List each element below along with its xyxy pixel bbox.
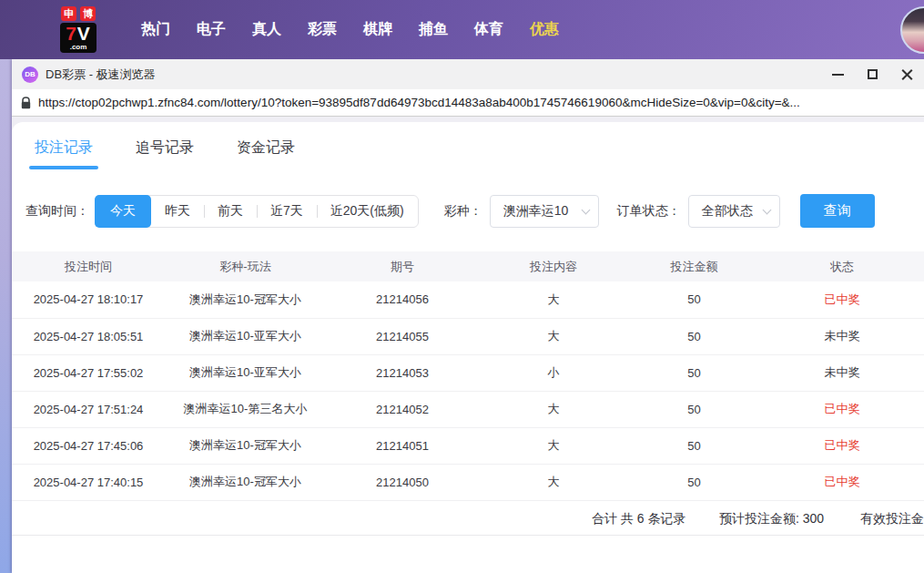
url-bar[interactable]: https://ctop02pchwp1.zfnc84.com/lottery/… [12,89,924,117]
col-game-play: 彩种-玩法 [165,251,326,281]
logo-box: 7V .com [60,23,96,53]
cell-game: 澳洲幸运10-亚军大小 [165,354,326,391]
lottery-select[interactable]: 澳洲幸运10 [490,195,599,228]
summary-total-records: 合计 共 6 条记录 [592,501,685,536]
browser-window: DB DB彩票 - 极速浏览器 https://ctop02pchwp1.zfn… [12,59,924,573]
lottery-filter-label: 彩种： [444,203,482,220]
time-option-today[interactable]: 今天 [95,195,151,228]
table-row[interactable]: 2025-04-27 17:40:15 澳洲幸运10-冠军大小 21214050… [12,464,924,500]
record-tabs: 投注记录 追号记录 资金记录 [12,122,924,169]
summary-valid-amount: 有效投注金额: [860,501,924,536]
cell-time: 2025-04-27 17:45:06 [12,427,165,464]
close-icon [901,68,913,80]
table-row[interactable]: 2025-04-27 18:10:17 澳洲幸运10-冠军大小 21214056… [12,281,924,318]
cell-status: 已中奖 [760,281,924,318]
chevron-down-icon [762,205,771,214]
logo-tld: .com [70,44,87,51]
time-option-yesterday[interactable]: 昨天 [151,196,204,227]
window-controls [820,59,924,89]
lottery-select-value: 澳洲幸运10 [503,203,569,220]
logo-brand-text: 7V [66,24,91,43]
tab-bet-records[interactable]: 投注记录 [35,138,93,169]
cell-amount: 50 [628,318,760,354]
lock-icon [21,97,31,109]
order-status-value: 全部状态 [702,203,753,220]
summary-expected-amount: 预计投注金额: 300 [719,501,824,536]
status-badge: 已中奖 [825,438,860,452]
cell-amount: 50 [628,354,760,391]
cell-game: 澳洲幸运10-冠军大小 [165,281,326,318]
cell-time: 2025-04-27 18:10:17 [12,281,165,318]
cell-issue: 21214055 [326,318,479,354]
maximize-button[interactable] [855,59,889,89]
cell-amount: 50 [628,391,760,427]
table-row[interactable]: 2025-04-27 17:51:24 澳洲幸运10-第三名大小 2121405… [12,391,924,427]
cell-game: 澳洲幸运10-第三名大小 [165,391,326,427]
cell-game: 澳洲幸运10-冠军大小 [165,427,326,464]
col-bet-amount: 投注金额 [628,251,760,281]
tab-chase-records[interactable]: 追号记录 [136,138,194,169]
cell-status: 未中奖 [760,354,924,391]
nav-item-hot[interactable]: 热门 [141,20,170,39]
records-card: 投注记录 追号记录 资金记录 查询时间： 今天 昨天 前天 近7天 近20天(低… [12,122,924,573]
status-badge: 已中奖 [825,292,860,306]
col-bet-time: 投注时间 [12,251,165,281]
cell-status: 已中奖 [760,391,924,427]
cell-issue: 21214056 [326,281,479,318]
cell-issue: 21214052 [326,391,479,427]
cell-status: 未中奖 [760,318,924,354]
nav-item-slots[interactable]: 电子 [197,20,226,39]
nav-item-promo[interactable]: 优惠 [530,20,559,39]
time-option-daybefore[interactable]: 前天 [204,196,257,227]
table-row[interactable]: 2025-04-27 17:55:02 澳洲幸运10-亚军大小 21214053… [12,354,924,391]
url-text[interactable]: https://ctop02pchwp1.zfnc84.com/lottery/… [38,96,800,109]
cell-status: 已中奖 [760,464,924,500]
window-titlebar[interactable]: DB DB彩票 - 极速浏览器 [12,59,924,89]
cell-content: 大 [479,391,628,427]
cell-content: 大 [479,464,628,500]
close-button[interactable] [889,59,924,89]
maximize-icon [868,69,878,79]
tab-fund-records[interactable]: 资金记录 [237,138,295,169]
cell-content: 大 [479,281,628,318]
time-option-7days[interactable]: 近7天 [257,196,317,227]
cell-issue: 21214050 [326,464,479,500]
cell-game: 澳洲幸运10-亚军大小 [165,318,326,354]
time-range-group: 今天 昨天 前天 近7天 近20天(低频) [95,195,419,228]
page-content: 投注记录 追号记录 资金记录 查询时间： 今天 昨天 前天 近7天 近20天(低… [12,117,924,573]
logo-badges: 申 博 [61,6,96,21]
time-filter-label: 查询时间： [25,203,89,220]
table-row[interactable]: 2025-04-27 17:45:06 澳洲幸运10-冠军大小 21214051… [12,427,924,464]
site-header: 申 博 7V .com 热门 电子 真人 彩票 棋牌 捕鱼 体育 优惠 [0,0,924,59]
site-logo[interactable]: 申 博 7V .com [50,6,107,53]
nav-item-sports[interactable]: 体育 [474,20,503,39]
nav-item-lottery[interactable]: 彩票 [308,20,337,39]
cell-game: 澳洲幸运10-冠军大小 [165,464,326,500]
logo-badge-bo: 博 [80,6,96,21]
nav-item-fishing[interactable]: 捕鱼 [419,20,448,39]
chevron-down-icon [581,205,590,214]
time-option-20days[interactable]: 近20天(低频) [317,196,418,227]
status-badge: 未中奖 [825,329,860,343]
cell-amount: 50 [628,281,760,318]
cell-amount: 50 [628,427,760,464]
user-avatar[interactable] [900,6,924,54]
logo-badge-shen: 申 [61,6,76,21]
db-favicon-icon: DB [22,67,38,83]
window-title: DB彩票 - 极速浏览器 [46,67,156,83]
order-status-select[interactable]: 全部状态 [688,195,780,228]
status-badge: 已中奖 [825,475,860,488]
cell-content: 大 [479,318,628,354]
nav-item-live[interactable]: 真人 [252,20,281,39]
minimize-button[interactable] [820,59,855,89]
nav-item-cards[interactable]: 棋牌 [363,20,392,39]
status-filter-label: 订单状态： [617,203,681,220]
search-button[interactable]: 查询 [800,194,875,228]
cell-content: 小 [479,354,628,391]
cell-time: 2025-04-27 18:05:51 [12,318,165,354]
minimize-icon [832,74,844,76]
bet-records-table: 投注时间 彩种-玩法 期号 投注内容 投注金额 状态 2025-04-27 18… [12,251,924,501]
cell-time: 2025-04-27 17:55:02 [12,354,165,391]
table-row[interactable]: 2025-04-27 18:05:51 澳洲幸运10-亚军大小 21214055… [12,318,924,354]
cell-content: 大 [479,427,628,464]
